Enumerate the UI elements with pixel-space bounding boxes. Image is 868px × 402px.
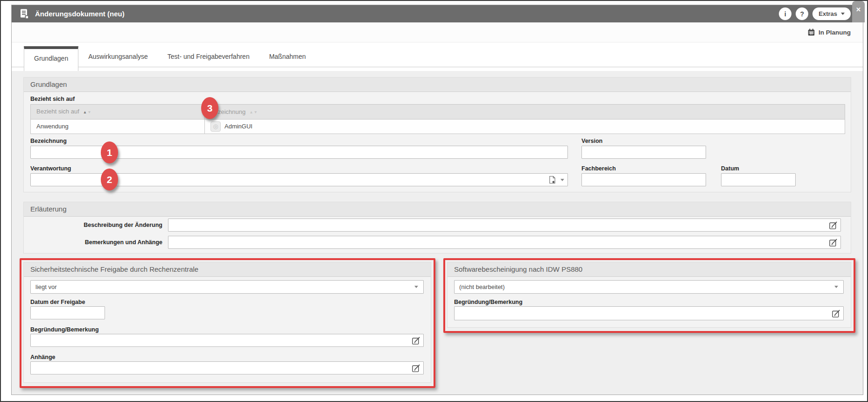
section-idw-ps880: Softwarebescheinigung nach IDW PS880 (ni… bbox=[447, 262, 851, 328]
column-header-bezeichnung[interactable]: Bezeichnung▲▼ bbox=[205, 105, 845, 119]
section-erlaeuterung: Erläuterung Beschreibung der Änderung Be… bbox=[23, 202, 851, 254]
section-grundlagen: Grundlagen Bezieht sich auf Bezieht sich… bbox=[23, 77, 851, 192]
sort-asc-icon: ▲ bbox=[83, 110, 87, 114]
freigabe-status-value: liegt vor bbox=[35, 283, 57, 290]
edit-idw-begruendung-button[interactable] bbox=[831, 309, 840, 318]
section-freigabe-header: Sicherheitstechnische Freigabe durch Rec… bbox=[24, 262, 431, 277]
idw-status-value: (nicht bearbeitet) bbox=[459, 283, 505, 290]
dropdown-caret-icon bbox=[834, 286, 838, 288]
edit-bemerkungen-button[interactable] bbox=[828, 238, 838, 247]
titlebar: Änderungsdokument (neu) i ? Extras bbox=[12, 5, 863, 22]
chevron-down-icon bbox=[841, 13, 845, 15]
edit-pencil-icon bbox=[412, 364, 420, 373]
fachbereich-label: Fachbereich bbox=[581, 165, 616, 172]
anhaenge-label: Anhänge bbox=[30, 354, 55, 360]
bemerkungen-und-anhaenge-input[interactable] bbox=[168, 236, 841, 249]
idw-begruendung-label: Begründung/Bemerkung bbox=[454, 299, 523, 305]
sort-asc-icon: ▲ bbox=[249, 110, 253, 114]
tab-content: Grundlagen Bezieht sich auf Bezieht sich… bbox=[12, 71, 863, 395]
edit-begruendung-button[interactable] bbox=[411, 336, 420, 345]
freigabe-begruendung-input[interactable] bbox=[30, 334, 424, 347]
callout-2: 2 bbox=[101, 169, 118, 190]
section-idw-header: Softwarebescheinigung nach IDW PS880 bbox=[448, 262, 851, 277]
sort-desc-icon: ▼ bbox=[87, 110, 91, 114]
cell-bezeichnung: ◎ AdminGUI bbox=[205, 120, 845, 134]
beschreibung-der-aenderung-input[interactable] bbox=[168, 219, 841, 232]
bezeichnung-label: Bezeichnung bbox=[30, 138, 67, 144]
info-icon: i bbox=[784, 10, 786, 18]
dropdown-caret-icon bbox=[414, 286, 418, 288]
anhaenge-input[interactable] bbox=[30, 361, 424, 374]
datum-input[interactable] bbox=[721, 173, 796, 186]
callout-3: 3 bbox=[201, 97, 218, 119]
datum-label: Datum bbox=[721, 165, 739, 172]
cell-typ: Anwendung bbox=[31, 120, 205, 134]
dropdown-caret-icon[interactable] bbox=[560, 179, 564, 181]
tab-auswirkungsanalyse[interactable]: Auswirkungsanalyse bbox=[78, 46, 158, 67]
status-strip: In Planung bbox=[12, 22, 863, 42]
version-label: Version bbox=[581, 138, 602, 144]
bezieht-sich-auf-label: Bezieht sich auf bbox=[30, 96, 75, 102]
close-button[interactable]: ✕ bbox=[852, 1, 865, 22]
idw-status-select[interactable]: (nicht bearbeitet) bbox=[454, 280, 844, 294]
status-label: In Planung bbox=[819, 29, 851, 36]
table-header-row: Bezieht sich auf▲▼ Bezeichnung▲▼ bbox=[31, 105, 845, 120]
window-title: Änderungsdokument (neu) bbox=[35, 5, 125, 22]
callout-1: 1 bbox=[101, 141, 118, 163]
help-button[interactable]: ? bbox=[796, 7, 808, 20]
bemerkungen-label: Bemerkungen und Anhänge bbox=[30, 239, 162, 246]
verantwortung-label: Verantwortung bbox=[30, 165, 71, 172]
extras-label: Extras bbox=[819, 10, 837, 17]
begruendung-label: Begründung/Bemerkung bbox=[30, 326, 99, 333]
section-freigabe-rechenzentrale: Sicherheitstechnische Freigabe durch Rec… bbox=[23, 262, 431, 383]
edit-pencil-icon bbox=[412, 336, 420, 345]
bezieht-sich-auf-table: Bezieht sich auf▲▼ Bezeichnung▲▼ Anwendu… bbox=[30, 104, 845, 134]
application-icon: ◎ bbox=[210, 121, 221, 132]
version-input[interactable] bbox=[581, 146, 706, 159]
calendar-icon bbox=[808, 28, 815, 36]
edit-pencil-icon bbox=[829, 221, 838, 230]
workflow-status: In Planung bbox=[808, 22, 851, 42]
new-document-icon[interactable] bbox=[549, 176, 556, 184]
edit-beschreibung-button[interactable] bbox=[828, 220, 838, 230]
document-icon bbox=[20, 8, 29, 20]
edit-pencil-icon bbox=[832, 309, 840, 318]
datum-der-freigabe-label: Datum der Freigabe bbox=[30, 299, 85, 305]
tab-massnahmen[interactable]: Maßnahmen bbox=[259, 46, 316, 67]
idw-begruendung-input[interactable] bbox=[454, 306, 844, 320]
sort-desc-icon: ▼ bbox=[254, 110, 258, 114]
help-icon: ? bbox=[800, 10, 804, 18]
cell-bezeichnung-text: AdminGUI bbox=[224, 120, 252, 134]
tab-test-und-freigabeverfahren[interactable]: Test- und Freigabeverfahren bbox=[158, 46, 259, 67]
table-row[interactable]: Anwendung ◎ AdminGUI bbox=[31, 120, 845, 134]
fachbereich-input[interactable] bbox=[581, 173, 706, 186]
info-button[interactable]: i bbox=[779, 7, 791, 20]
datum-der-freigabe-input[interactable] bbox=[30, 306, 105, 319]
tab-grundlagen[interactable]: Grundlagen bbox=[24, 46, 78, 71]
edit-pencil-icon bbox=[829, 238, 838, 247]
section-erlaeuterung-header: Erläuterung bbox=[24, 202, 851, 217]
screenshot-frame: ✕ Änderungsdokument (neu) i ? Extras bbox=[0, 0, 868, 402]
tabbar: Grundlagen Auswirkungsanalyse Test- und … bbox=[24, 46, 315, 71]
freigabe-status-select[interactable]: liegt vor bbox=[30, 280, 424, 294]
extras-button[interactable]: Extras bbox=[812, 7, 851, 20]
column-header-bezieht-sich-auf[interactable]: Bezieht sich auf▲▼ bbox=[31, 105, 205, 119]
app-window: ✕ Änderungsdokument (neu) i ? Extras bbox=[11, 5, 863, 395]
close-icon: ✕ bbox=[856, 6, 861, 13]
edit-anhaenge-button[interactable] bbox=[411, 363, 420, 373]
beschreibung-label: Beschreibung der Änderung bbox=[30, 222, 162, 228]
section-grundlagen-header: Grundlagen bbox=[24, 78, 851, 92]
